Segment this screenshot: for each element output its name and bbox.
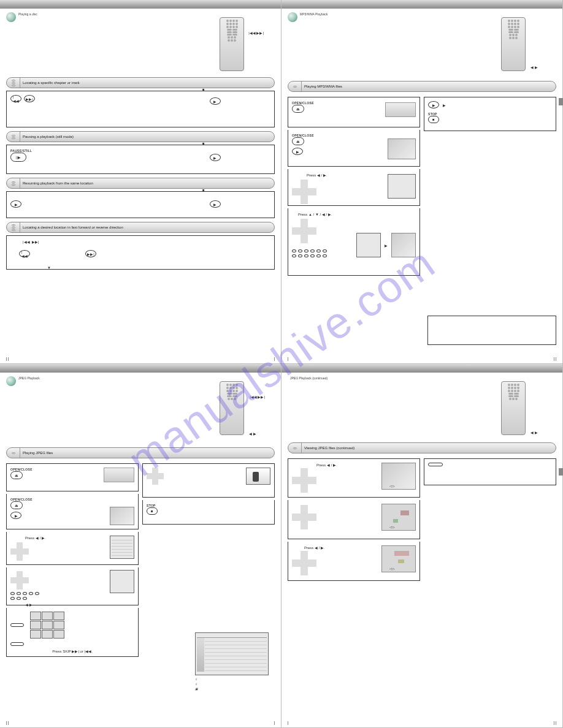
screen-7: ◁ ▷ [381,545,416,572]
stop-icon-3: ■ [202,188,205,192]
stop-icon-2: ■ [202,142,205,145]
thumb-tab [559,98,563,105]
dpad[interactable] [292,180,316,204]
down-arrow-icon: ▼ [47,266,270,270]
rew-button[interactable]: |◀◀ [19,250,30,257]
thumb-tab [559,468,563,476]
play-button-s2[interactable]: ▶ [10,512,21,519]
dpad[interactable] [10,542,29,561]
num-buttons[interactable] [292,249,329,257]
thumbnail-grid [30,612,64,639]
remote-illustration [220,381,244,435]
step2-box: OPEN/CLOSE ⏏ ▶ [6,494,139,529]
page-4: JPEG Playback (continued) ◀ ▶ Viewing JP… [282,364,563,728]
page-footer [6,721,275,725]
page-title: JPEG Playback (continued) [290,376,556,380]
udlr-label: Press ▲ / ▼ / ◀ / ▶. [298,212,416,216]
topbar [0,364,281,373]
step3-box: Press ◀ / ▶. [288,169,420,206]
skip-back-button[interactable]: |◀◀ [10,95,21,102]
open-close-label-2: OPEN/CLOSE [10,498,134,501]
lr-icons: ◀ ▶ [249,431,256,436]
play-button-r[interactable]: ▶ [428,101,439,108]
play-button-3[interactable]: ▶ [10,200,21,208]
lr-label-2: ◀ ▶ [25,602,134,607]
pill-button-1[interactable] [10,623,24,627]
screen-5: ◁ ▷ [381,463,416,490]
section-pause: Pausing a playback (still mode) [6,131,275,142]
page-1: Playing a disc |◀◀ ▶▶| Locating a specif… [0,0,282,364]
topbar [282,0,562,9]
sheet: Playing a disc |◀◀ ▶▶| Locating a specif… [0,0,563,728]
resume-box: ▶ ■ ▶ [6,191,275,218]
topbar [0,0,281,9]
stop-button[interactable]: ■ [428,116,439,123]
eject-button[interactable]: ⏏ [10,471,23,479]
photo-preview [246,468,270,485]
right-step-box: ▶ ▶ STOP ■ [424,97,556,131]
dpad-2[interactable] [292,219,316,243]
page-title: JPEG Playback [18,376,40,380]
ff-rew-icons: |◀◀ ▶▶| [23,240,270,244]
stop-icon: ■ [202,88,205,91]
skip-icons: |◀◀ ▶▶| [250,395,265,399]
step1-box: OPEN/CLOSE ⏏ [6,463,139,491]
bottom-panel: ♫♫▣ [195,632,269,691]
screen-6: ◁ ▷ [381,504,416,531]
tv-screen [110,507,134,525]
dpad-2[interactable] [10,571,29,590]
note-box [427,316,556,345]
page-footer [288,721,556,725]
skip-box: |◀◀ ▶▶| ■ ▶ [6,91,275,127]
page-footer [288,357,556,361]
skip-icons: |◀◀ ▶▶| [248,31,264,35]
fwd-button[interactable]: ▶▶| [85,250,96,257]
tray-illustration [104,468,134,482]
section-bullet [6,376,16,386]
num-buttons[interactable] [10,592,41,600]
file-list [110,536,134,559]
section-resume: Resuming playback from the same location [6,178,275,189]
skip-label: Press SKIP ▶▶| or |◀◀. [10,649,134,653]
eject-button-2[interactable]: ⏏ [10,501,23,509]
dpad-r[interactable] [147,468,164,485]
open-close-label-2: OPEN/CLOSE [292,134,416,137]
play-button-3b[interactable]: ▶ [210,200,221,208]
right-box [424,458,556,485]
eject-button[interactable]: ⏏ [292,105,304,113]
stop-label: STOP [147,504,270,507]
step6-box: ◁ ▷ [288,500,420,539]
note-icons: ♫♫▣ [195,677,269,691]
dpad-5[interactable] [292,468,316,493]
play-button-2[interactable]: ▶ [210,154,221,161]
pill-button-2[interactable] [10,642,24,646]
page-footer [6,357,275,361]
eject-button-2[interactable]: ⏏ [292,137,304,145]
step4-box: ◀ ▶ [6,567,139,605]
dpad-7[interactable] [292,551,316,575]
stop-button[interactable]: ■ [147,507,158,515]
stop-label: STOP [428,112,552,116]
step3-box: Press ◀ / ▶. [6,532,139,565]
pause-still-button[interactable]: ||▶ [10,153,26,162]
play-button-s2[interactable]: ▶ [292,148,303,155]
section-bullet [288,12,297,22]
step5-box: Press SKIP ▶▶| or |◀◀. [6,608,139,657]
right-step-box [142,463,275,498]
right-stop-box: STOP ■ [142,500,275,525]
remote-illustration [501,17,526,71]
screens-row: ▶ [356,233,416,257]
section-skip: Locating a specific chapter or track [6,77,275,88]
pill-button-r[interactable] [428,463,443,466]
pause-box: PAUSE/STILL ||▶ ■ ▶ [6,145,275,174]
play-button[interactable]: ▶ [210,97,221,105]
section-jpeg-cont: Viewing JPEG files (continued) [288,442,556,453]
dpad-6[interactable] [292,505,316,529]
step4-box: Press ▲ / ▼ / ◀ / ▶. ▶ [288,208,420,276]
skip-fwd-button[interactable]: ▶▶| [24,95,35,102]
remote-illustration [220,17,244,71]
section-mp3: Playing MP3/WMA files [288,81,556,92]
page-2: MP3/WMA Playback ◀ ▶ Playing MP3/WMA fil… [282,0,563,364]
section-jpeg: Playing JPEG files [6,447,275,458]
play-icon: ▶ [443,103,446,107]
